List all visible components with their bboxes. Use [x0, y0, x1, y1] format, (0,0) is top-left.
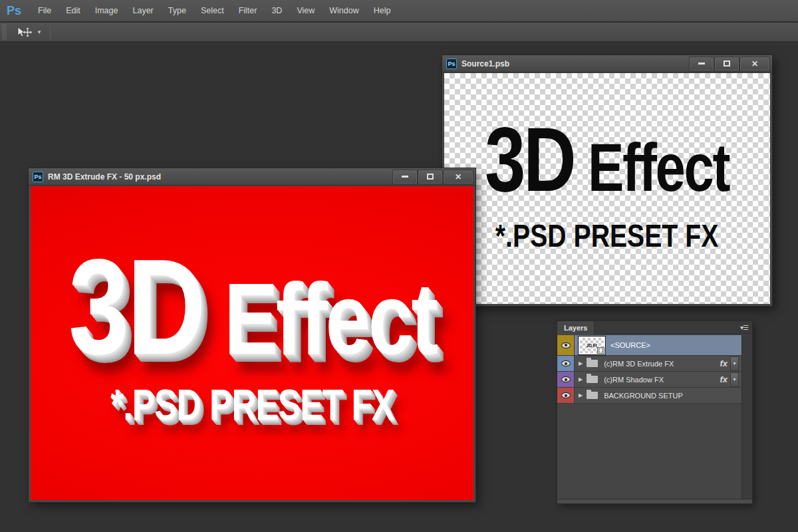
minimize-button[interactable] [690, 57, 714, 70]
menu-filter[interactable]: Filter [231, 0, 265, 22]
maximize-icon [724, 61, 730, 66]
window-titlebar[interactable]: Ps RM 3D Extrude FX - 50 px.psd ✕ [29, 168, 475, 186]
eye-icon [561, 392, 571, 398]
maximize-button[interactable] [715, 57, 739, 70]
folder-icon [587, 376, 598, 383]
layer-name[interactable]: <SOURCE> [610, 341, 650, 349]
window-titlebar[interactable]: Ps Source1.psb ✕ [442, 55, 772, 72]
tab-layers[interactable]: Layers [557, 321, 595, 334]
close-button[interactable]: ✕ [444, 170, 473, 184]
options-bar-gripper[interactable] [2, 25, 7, 40]
move-tool-icon[interactable] [16, 27, 32, 38]
artwork-black-text: 3D Effect *.PSD PRESET FX [454, 73, 759, 252]
canvas-source1[interactable]: 3D Effect *.PSD PRESET FX [442, 72, 772, 306]
chevron-right-icon[interactable]: ▶ [579, 392, 583, 398]
art-subline: *.PSD PRESET FX [485, 219, 729, 252]
folder-icon [587, 392, 598, 399]
options-bar: ▼ [0, 23, 798, 42]
document-window-extrude: Ps RM 3D Extrude FX - 50 px.psd ✕ 3D Eff… [29, 168, 475, 502]
menu-select[interactable]: Select [194, 0, 231, 22]
window-title: RM 3D Extrude FX - 50 px.psd [48, 172, 161, 182]
visibility-toggle[interactable] [557, 335, 575, 355]
menu-edit[interactable]: Edit [59, 0, 88, 22]
fx-badge[interactable]: fx [720, 358, 728, 368]
eye-icon [561, 360, 571, 366]
layer-row-source[interactable]: 3D Ef <SOURCE> [557, 335, 741, 356]
menu-file[interactable]: File [31, 0, 59, 22]
canvas-extrude[interactable]: 3D Effect *.PSD PRESET FX [29, 186, 475, 502]
options-separator [50, 25, 51, 39]
menu-layer[interactable]: Layer [125, 0, 160, 22]
menu-help[interactable]: Help [366, 0, 398, 22]
fx-dropdown[interactable]: ▼ [730, 356, 739, 371]
layers-panel-tabbar: Layers ▾☰ [557, 321, 752, 334]
menu-3d[interactable]: 3D [264, 0, 289, 22]
layer-row-background-setup[interactable]: ▶ BACKGROUND SETUP [557, 388, 741, 404]
layers-scrollbar[interactable] [741, 335, 752, 499]
panel-menu-icon[interactable]: ▾☰ [740, 324, 752, 331]
minimize-icon [698, 63, 705, 65]
maximize-icon [427, 174, 434, 180]
visibility-toggle[interactable] [557, 388, 575, 403]
art-headline-3d: 3D [68, 230, 203, 382]
layer-row-extrude-fx[interactable]: ▶ (c)RM 3D Extrude FX fx ▼ [557, 356, 741, 372]
close-icon: ✕ [455, 172, 462, 182]
folder-icon [587, 360, 598, 367]
layer-row-shadow-fx[interactable]: ▶ (c)RM Shadow FX fx ▼ [557, 372, 741, 388]
visibility-toggle[interactable] [557, 372, 575, 387]
chevron-right-icon[interactable]: ▶ [579, 360, 583, 366]
tool-preset-caret-icon[interactable]: ▼ [37, 29, 42, 35]
psd-file-icon: Ps [33, 172, 43, 182]
layer-name[interactable]: (c)RM 3D Extrude FX [604, 360, 674, 368]
art-subline: *.PSD PRESET FX [68, 384, 436, 426]
menu-view[interactable]: View [289, 0, 322, 22]
fx-badge[interactable]: fx [720, 374, 728, 384]
close-icon: ✕ [751, 59, 758, 68]
eye-icon [561, 376, 571, 382]
layer-name[interactable]: BACKGROUND SETUP [604, 392, 683, 400]
fx-dropdown[interactable]: ▼ [730, 372, 739, 387]
layers-panel-footer [557, 499, 752, 503]
layer-name[interactable]: (c)RM Shadow FX [604, 376, 664, 384]
menu-bar: Ps File Edit Image Layer Type Select Fil… [0, 0, 798, 22]
menu-type[interactable]: Type [161, 0, 194, 22]
layer-list: 3D Ef <SOURCE> ▶ (c)RM 3D Extrude FX fx … [557, 335, 741, 404]
photoshop-logo: Ps [0, 4, 31, 18]
art-headline-3d: 3D [485, 108, 575, 210]
chevron-right-icon[interactable]: ▶ [579, 376, 583, 382]
menu-window[interactable]: Window [322, 0, 366, 22]
window-title: Source1.psb [462, 59, 509, 68]
visibility-toggle[interactable] [557, 356, 575, 371]
psd-file-icon: Ps [446, 59, 457, 69]
close-button[interactable]: ✕ [740, 57, 769, 70]
eye-icon [561, 342, 571, 348]
minimize-icon [402, 176, 408, 178]
smart-object-thumbnail[interactable]: 3D Ef [579, 336, 605, 354]
document-window-source1: Ps Source1.psb ✕ 3D Effect *.PSD PRESET … [442, 55, 772, 306]
menu-image[interactable]: Image [88, 0, 126, 22]
art-headline-effect: Effect [575, 130, 730, 205]
art-headline-effect: Effect [203, 262, 436, 375]
artwork-3d-text: 3D Effect *.PSD PRESET FX [29, 186, 475, 426]
smart-object-badge-icon [597, 347, 604, 354]
minimize-button[interactable] [393, 170, 417, 184]
layers-panel: Layers ▾☰ 3D Ef <SOURCE> ▶ (c)RM 3D Extr… [557, 321, 752, 503]
maximize-button[interactable] [418, 170, 442, 184]
